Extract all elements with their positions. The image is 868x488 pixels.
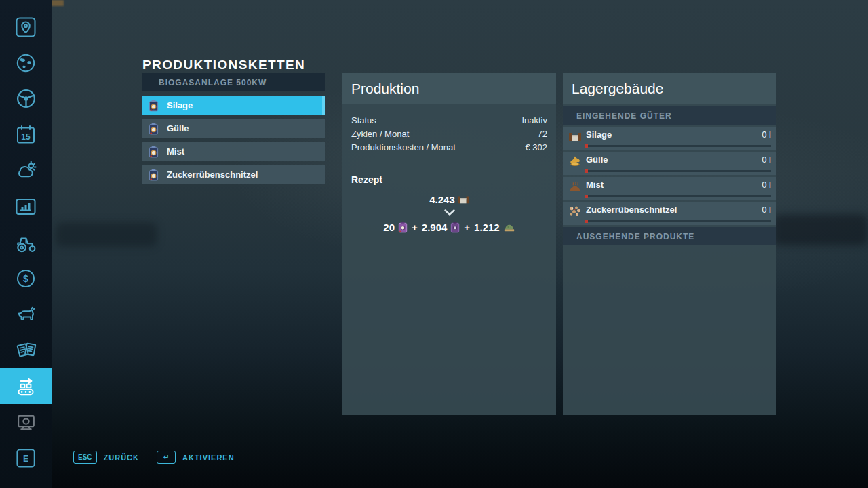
menu-sidebar: 15 [0, 0, 52, 488]
recipe-output-amount: 20 [383, 222, 395, 233]
sidebar-item-world[interactable] [0, 45, 52, 81]
methane-tank-icon [149, 99, 159, 112]
stat-value: Inaktiv [521, 115, 547, 125]
slurry-icon [568, 155, 582, 168]
facility-item-silage[interactable]: Silage [142, 96, 326, 115]
recipe-arrow-row [342, 209, 556, 216]
fill-level-bar [585, 170, 771, 172]
storage-panel: Lagergebäude EINGEHENDE GÜTER Silage 0 l… [563, 73, 776, 415]
enter-key-icon: ↵ [157, 451, 176, 464]
activate-label: AKTIVIEREN [182, 453, 235, 462]
facility-panel-header: BIOGASANLAGE 500KW [142, 73, 326, 92]
stat-label: Status [351, 115, 376, 125]
sidebar-item-finances[interactable]: $ [0, 260, 52, 296]
incoming-goods-header: EINGEHENDE GÜTER [563, 106, 776, 125]
plus-sign: + [412, 222, 418, 233]
activate-hint[interactable]: ↵ AKTIVIEREN [157, 451, 235, 464]
e-key-icon: E [16, 448, 36, 468]
fill-level-bar [585, 145, 771, 147]
recipe-input-row: 4.243 [342, 193, 556, 205]
methane-tank-icon [149, 168, 159, 181]
storage-row-label: Zuckerrübenschnitzel [586, 205, 677, 216]
facility-panel: BIOGASANLAGE 500KW Silage Gülle [142, 73, 326, 184]
solid-digestate-icon [503, 221, 515, 233]
stats-chart-icon [15, 196, 37, 218]
storage-row-value: 0 l [762, 205, 771, 216]
fill-level-bar [585, 220, 771, 222]
storage-row-label: Silage [586, 129, 612, 140]
storage-row-value: 0 l [762, 180, 771, 190]
svg-text:$: $ [23, 273, 28, 284]
facility-item-label: Zuckerrübenschnitzel [167, 169, 258, 180]
page-title: PRODUKTIONSKETTEN [142, 58, 305, 73]
production-panel-title: Produktion [342, 73, 556, 104]
svg-text:15: 15 [21, 132, 31, 142]
storage-panel-title: Lagergebäude [563, 73, 776, 104]
storage-row-value: 0 l [762, 129, 771, 140]
dollar-coin-icon: $ [15, 268, 37, 289]
tv-icon [15, 411, 37, 433]
sidebar-item-weather[interactable] [0, 152, 52, 188]
svg-text:E: E [23, 453, 28, 463]
stat-value: € 302 [525, 142, 547, 152]
storage-row-mist: Mist 0 l [563, 177, 776, 200]
methane-icon [398, 221, 408, 233]
recipe-heading: Rezept [351, 174, 547, 185]
globe-icon [15, 52, 37, 74]
recipe-output-amount: 1.212 [474, 222, 500, 233]
background-silhouette [773, 214, 868, 245]
silage-icon [568, 129, 582, 143]
sidebar-item-animals[interactable] [0, 296, 52, 332]
production-stats: Status Inaktiv Zyklen / Monat 72 Produkt… [342, 104, 556, 154]
game-screen: 15 [0, 0, 868, 488]
facility-item-guelle[interactable]: Gülle [142, 119, 326, 138]
storage-row-value: 0 l [762, 155, 771, 165]
manure-icon [568, 180, 582, 193]
stat-label: Produktionskosten / Monat [351, 142, 456, 152]
recipe-output-amount: 2.904 [422, 222, 448, 233]
back-label: ZURÜCK [104, 453, 139, 462]
silage-icon [457, 193, 469, 205]
sidebar-item-vehicles[interactable] [0, 224, 52, 260]
contracts-icon [14, 339, 37, 362]
sidebar-item-calendar[interactable]: 15 [0, 117, 52, 152]
facility-item-label: Mist [167, 146, 184, 157]
storage-row-label: Gülle [586, 155, 608, 165]
methane-tank-icon [149, 145, 159, 158]
stat-row-costs: Produktionskosten / Monat € 302 [351, 140, 547, 154]
storage-row-guelle: Gülle 0 l [563, 152, 776, 175]
back-hint[interactable]: ESC ZURÜCK [73, 451, 139, 464]
storage-row-silage: Silage 0 l [563, 127, 776, 150]
facility-item-zuckerruebenschnitzel[interactable]: Zuckerrübenschnitzel [142, 165, 326, 184]
cow-icon [14, 303, 37, 326]
esc-key: ESC [73, 451, 97, 464]
sidebar-item-map[interactable] [0, 9, 52, 45]
tractor-icon [14, 231, 37, 254]
sidebar-item-production-chains[interactable] [0, 368, 52, 404]
weather-icon [15, 159, 37, 182]
fill-level-bar [585, 195, 771, 197]
facility-item-label: Gülle [167, 123, 189, 134]
sidebar-item-driving[interactable] [0, 81, 52, 117]
facility-item-mist[interactable]: Mist [142, 142, 326, 161]
methane-tank-icon [149, 122, 159, 135]
facility-item-label: Silage [167, 100, 193, 110]
recipe-output-row: 20 + 2.904 + 1.212 [342, 221, 556, 233]
stat-row-cycles: Zyklen / Monat 72 [351, 127, 547, 140]
production-chain-icon [14, 375, 37, 398]
map-pin-icon [15, 16, 37, 38]
sidebar-item-key-e[interactable]: E [0, 440, 52, 476]
chevron-down-icon [444, 209, 455, 216]
key-hints-bar: ESC ZURÜCK ↵ AKTIVIEREN [73, 451, 235, 464]
plus-sign: + [464, 222, 470, 233]
storage-row-zuckerruebenschnitzel: Zuckerrübenschnitzel 0 l [563, 202, 776, 225]
outgoing-products-header: AUSGEHENDE PRODUKTE [563, 227, 776, 245]
sugar-beet-cut-icon [568, 205, 582, 218]
sidebar-item-contracts[interactable] [0, 332, 52, 368]
digestate-icon [450, 221, 460, 233]
production-panel: Produktion Status Inaktiv Zyklen / Monat… [342, 73, 556, 415]
calendar-icon: 15 [15, 124, 37, 146]
sidebar-item-videos[interactable] [0, 404, 52, 440]
sidebar-item-statistics[interactable] [0, 188, 52, 224]
recipe-input-amount: 4.243 [429, 194, 455, 205]
